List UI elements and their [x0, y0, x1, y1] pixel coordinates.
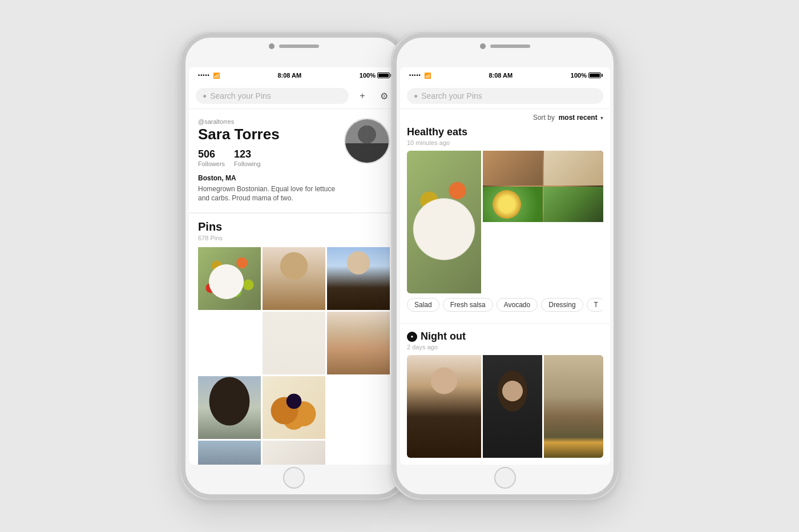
board-photo-leather [483, 355, 542, 458]
search-placeholder-phone2: Search your Pins [421, 91, 482, 100]
status-right-phone1: 100% [360, 72, 390, 79]
board-name-1[interactable]: Healthy eats [407, 126, 467, 138]
pin-grid [198, 247, 390, 465]
sort-header: Sort by most recent ▾ [400, 109, 610, 126]
tags-row-1: Salad Fresh salsa Avocado Dressing T [407, 293, 603, 314]
phone-2: ••••• 📶 8:08 AM 100% ● Search your Pins [391, 32, 619, 500]
battery-percentage-phone1: 100% [360, 72, 376, 79]
phone-2-screen: ••••• 📶 8:08 AM 100% ● Search your Pins [400, 67, 610, 465]
pin-item-9[interactable] [263, 441, 325, 465]
tag-dressing[interactable]: Dressing [541, 298, 583, 312]
board-grid-1 [407, 151, 603, 293]
board-item-night-out: ● Night out 2 days ago [400, 324, 610, 465]
search-actions-row: ● Search your Pins + ⚙ [196, 88, 392, 104]
home-button[interactable] [283, 467, 305, 489]
status-left-2: ••••• 📶 [409, 72, 431, 79]
board-photos-right-1 [483, 151, 603, 222]
status-bar-phone2: ••••• 📶 8:08 AM 100% [400, 67, 610, 83]
phone-top-bar-2 [480, 43, 530, 49]
tag-avocado[interactable]: Avocado [497, 298, 538, 312]
battery-fill-2 [590, 74, 600, 77]
pin-image-kid [327, 247, 390, 310]
board-photo-avocado-1 [483, 187, 543, 221]
board-icon-night-out: ● [407, 332, 417, 342]
pin-image-shelf [263, 312, 325, 374]
status-time-phone1: 8:08 AM [277, 72, 301, 79]
pin-item-1[interactable] [198, 247, 261, 310]
pin-image-pancake [263, 376, 325, 439]
tag-fresh-salsa[interactable]: Fresh salsa [443, 298, 493, 312]
signal-indicator-2: ••••• [409, 72, 421, 78]
profile-bio: Homegrown Bostonian. Equal love for lett… [198, 184, 344, 204]
pin-item-4[interactable] [263, 312, 325, 374]
wifi-icon-2: 📶 [424, 72, 431, 79]
following-count: 123 [234, 148, 260, 160]
home-button-2[interactable] [494, 467, 516, 489]
search-bar-phone2[interactable]: ● Search your Pins [407, 88, 603, 104]
board-item-healthy-eats: Healthy eats 10 minutes ago [400, 126, 610, 323]
pin-item-5[interactable] [327, 312, 390, 374]
tag-salad[interactable]: Salad [407, 298, 439, 312]
sort-by-label: Sort by most recent ▾ [533, 114, 603, 122]
pin-item-8[interactable] [198, 441, 261, 465]
pin-item-3[interactable] [327, 247, 390, 310]
battery-percentage-phone2: 100% [571, 72, 587, 79]
pin-image-woman-stripes [327, 312, 390, 374]
board-grid-2 [407, 355, 603, 458]
board-time-1: 10 minutes ago [407, 139, 603, 146]
camera-dot-2 [480, 43, 486, 49]
status-left: ••••• 📶 [198, 72, 220, 79]
profile-location: Boston, MA [198, 174, 344, 182]
wifi-icon: 📶 [213, 72, 220, 79]
camera-dot [269, 43, 275, 49]
board-title-row-1: Healthy eats [407, 126, 603, 138]
followers-stat: 506 Followers [198, 148, 225, 167]
pin-image-salad [198, 247, 261, 310]
phone-1: ••••• 📶 8:08 AM 100% ● Search your Pins [180, 32, 408, 500]
speaker-bar [279, 45, 319, 48]
battery-icon-phone1 [377, 72, 390, 78]
volume-up-button [180, 147, 181, 176]
pin-item-6[interactable] [198, 376, 261, 439]
pin-item-2[interactable] [263, 247, 325, 310]
settings-button-phone1[interactable]: ⚙ [376, 88, 392, 104]
pins-title: Pins [198, 213, 390, 233]
speaker-bar-2 [490, 45, 530, 48]
profile-info: @saraltorres Sara Torres 506 Followers 1… [198, 118, 344, 203]
screen-content-phone2: Sort by most recent ▾ Healthy eats 10 mi… [400, 109, 610, 465]
pin-image-woman-hair [263, 247, 325, 310]
board-name-2[interactable]: Night out [421, 331, 466, 342]
sort-value[interactable]: most recent [559, 114, 598, 122]
phones-container: ••••• 📶 8:08 AM 100% ● Search your Pins [180, 32, 619, 500]
status-bar-phone1: ••••• 📶 8:08 AM 100% [189, 67, 399, 83]
search-icon-phone1: ● [203, 92, 207, 100]
battery-fill [378, 74, 389, 77]
avatar-image [345, 119, 389, 163]
search-bar-phone1[interactable]: ● Search your Pins [196, 88, 349, 104]
pin-image-tree [198, 376, 261, 439]
following-label: Following [234, 160, 260, 167]
board-photo-taco-1 [483, 151, 543, 186]
status-time-phone2: 8:08 AM [489, 72, 513, 79]
board-photo-main-1 [407, 151, 481, 293]
search-bar-section-phone2: ● Search your Pins [400, 83, 610, 109]
add-pin-button[interactable]: + [354, 88, 370, 104]
board-time-2: 2 days ago [407, 344, 603, 350]
pin-image-woman-dark [198, 441, 261, 465]
volume-down-button [180, 124, 181, 142]
board-photo-prep-1 [544, 151, 604, 186]
screen-content-phone1: @saraltorres Sara Torres 506 Followers 1… [189, 109, 399, 465]
search-bar-section-phone1: ● Search your Pins + ⚙ [189, 83, 399, 109]
following-stat: 123 Following [234, 148, 260, 167]
board-photo-shoes [544, 355, 603, 458]
followers-label: Followers [198, 160, 225, 167]
power-button-2 [618, 136, 619, 176]
profile-handle: @saraltorres [198, 118, 344, 125]
pin-image-cutting-board [263, 441, 325, 465]
sort-chevron-icon[interactable]: ▾ [600, 115, 603, 121]
profile-name: Sara Torres [198, 126, 344, 143]
board-title-row-2: ● Night out [407, 331, 603, 342]
board-photo-veggies-1 [544, 187, 604, 221]
tag-t[interactable]: T [587, 298, 603, 312]
pin-item-7[interactable] [263, 376, 325, 439]
